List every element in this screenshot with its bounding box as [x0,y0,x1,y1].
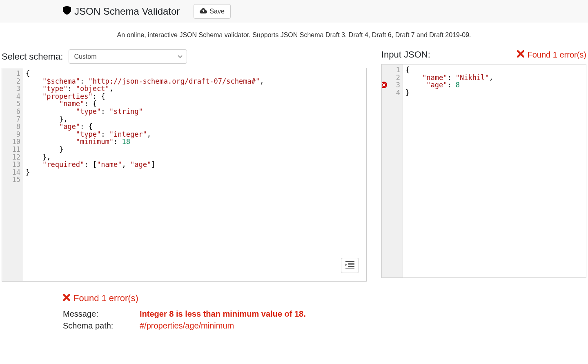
code-line[interactable]: "type": "object", [26,85,364,93]
error-line-marker [381,82,387,88]
schema-path-value: #/properties/age/minimum [140,321,234,331]
header-bar: JSON Schema Validator Save [0,0,588,23]
code-line[interactable]: } [26,146,364,153]
code-line[interactable] [26,176,364,184]
shield-icon [63,6,71,17]
bottom-error-text: Found 1 error(s) [74,293,138,304]
code-line[interactable]: "age": 8 [405,81,584,89]
gutter-line: 7 [4,115,20,123]
code-line[interactable]: "required": ["name", "age"] [26,161,364,169]
select-schema-label: Select schema: [2,51,63,62]
code-line[interactable]: "properties": { [26,93,364,100]
gutter-line: 10 [4,138,20,146]
code-line[interactable]: { [405,66,584,74]
code-line[interactable]: }, [26,115,364,123]
gutter-line: 13 [4,161,20,169]
app-title: JSON Schema Validator [63,6,180,17]
message-label: Message: [63,309,132,319]
gutter-line: 11 [4,146,20,153]
gutter-line: 4 [384,89,400,97]
input-json-label: Input JSON: [381,49,430,60]
gutter-line: 8 [4,123,20,131]
schema-gutter: 123456789101112131415 [2,68,23,281]
input-error-banner: Found 1 error(s) [517,50,587,60]
code-line[interactable]: "name": { [26,100,364,108]
subtitle: An online, interactive JSON Schema valid… [0,23,588,49]
gutter-line: 9 [4,131,20,138]
gutter-line: 12 [4,153,20,161]
error-x-icon [63,293,70,304]
code-line[interactable]: "type": "integer", [26,131,364,138]
gutter-line: 4 [4,93,20,100]
code-line[interactable]: } [405,89,584,97]
save-button[interactable]: Save [194,4,230,19]
schema-code[interactable]: { "$schema": "http://json-schema.org/dra… [23,68,366,281]
schema-path-label: Schema path: [63,321,132,331]
schema-editor[interactable]: 123456789101112131415 { "$schema": "http… [2,68,367,282]
gutter-line: 15 [4,176,20,184]
gutter-line: 3 [4,85,20,93]
gutter-line: 2 [384,74,400,82]
message-value: Integer 8 is less than minimum value of … [140,309,306,319]
cloud-upload-icon [200,8,207,15]
gutter-line: 6 [4,108,20,115]
app-title-text: JSON Schema Validator [74,6,180,17]
code-line[interactable]: { [26,70,364,78]
code-line[interactable]: "$schema": "http://json-schema.org/draft… [26,78,364,85]
format-indent-button[interactable] [341,258,359,273]
code-line[interactable]: } [26,169,364,176]
gutter-line: 1 [384,66,400,74]
gutter-line: 1 [4,70,20,78]
input-error-text: Found 1 error(s) [528,50,587,60]
gutter-line: 14 [4,169,20,176]
input-code[interactable]: { "name": "Nikhil", "age": 8} [403,64,586,277]
gutter-line: 2 [4,78,20,85]
code-line[interactable]: "age": { [26,123,364,131]
gutter-line: 3 [384,81,400,89]
code-line[interactable]: "name": "Nikhil", [405,74,584,82]
input-gutter: 1234 [382,64,403,277]
schema-select[interactable]: Custom [69,49,187,64]
indent-icon [345,264,354,270]
code-line[interactable]: "minimum": 18 [26,138,364,146]
input-editor[interactable]: 1234 { "name": "Nikhil", "age": 8} [381,64,586,278]
code-line[interactable]: }, [26,153,364,161]
save-button-label: Save [209,8,224,15]
gutter-line: 5 [4,100,20,108]
bottom-error-banner: Found 1 error(s) [63,293,525,304]
code-line[interactable]: "type": "string" [26,108,364,115]
error-x-icon [517,50,524,60]
